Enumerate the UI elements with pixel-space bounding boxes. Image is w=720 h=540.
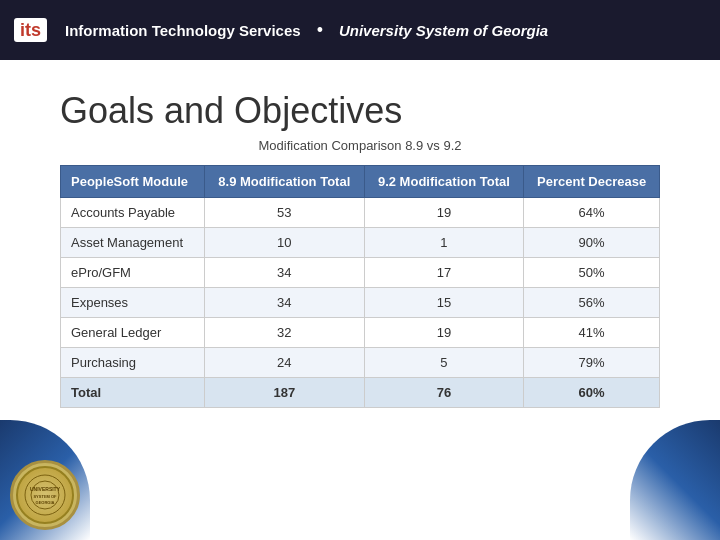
page-subtitle: Modification Comparison 8.9 vs 9.2 — [60, 138, 660, 153]
table-row: Expenses341556% — [61, 288, 660, 318]
table-row: General Ledger321941% — [61, 318, 660, 348]
seal-circle: UNIVERSITY SYSTEM OF GEORGIA — [10, 460, 80, 530]
logo-area: its Information Technology Services • Un… — [14, 18, 548, 42]
cell-mod89: 10 — [205, 228, 365, 258]
top-banner: its Information Technology Services • Un… — [0, 0, 720, 60]
cell-mod92: 15 — [364, 288, 524, 318]
table-row: ePro/GFM341750% — [61, 258, 660, 288]
logo-box: its — [14, 18, 47, 42]
cell-module: Purchasing — [61, 348, 205, 378]
cell-module: ePro/GFM — [61, 258, 205, 288]
cell-mod89: 187 — [205, 378, 365, 408]
banner-dot: • — [317, 20, 323, 41]
cell-module: Total — [61, 378, 205, 408]
svg-text:SYSTEM OF: SYSTEM OF — [33, 494, 57, 499]
cell-mod92: 76 — [364, 378, 524, 408]
banner-subtitle: University System of Georgia — [339, 22, 548, 39]
cell-mod92: 1 — [364, 228, 524, 258]
cell-mod92: 19 — [364, 198, 524, 228]
banner-title: Information Technology Services — [65, 22, 301, 39]
cell-mod89: 34 — [205, 288, 365, 318]
col-header-pct: Percent Decrease — [524, 166, 660, 198]
seal-inner: UNIVERSITY SYSTEM OF GEORGIA — [16, 466, 74, 524]
wave-right-decoration — [630, 420, 720, 540]
cell-pct: 50% — [524, 258, 660, 288]
cell-mod89: 24 — [205, 348, 365, 378]
cell-mod92: 5 — [364, 348, 524, 378]
table-row: Asset Management10190% — [61, 228, 660, 258]
cell-mod89: 32 — [205, 318, 365, 348]
svg-text:UNIVERSITY: UNIVERSITY — [30, 486, 61, 492]
table-row: Total1877660% — [61, 378, 660, 408]
page-title: Goals and Objectives — [60, 90, 660, 132]
main-content: Goals and Objectives Modification Compar… — [0, 60, 720, 428]
table-row: Purchasing24579% — [61, 348, 660, 378]
comparison-table: PeopleSoft Module 8.9 Modification Total… — [60, 165, 660, 408]
table-header-row: PeopleSoft Module 8.9 Modification Total… — [61, 166, 660, 198]
cell-pct: 64% — [524, 198, 660, 228]
cell-module: Expenses — [61, 288, 205, 318]
col-header-mod92: 9.2 Modification Total — [364, 166, 524, 198]
svg-text:GEORGIA: GEORGIA — [36, 500, 55, 505]
table-row: Accounts Payable531964% — [61, 198, 660, 228]
cell-mod92: 19 — [364, 318, 524, 348]
cell-module: Accounts Payable — [61, 198, 205, 228]
cell-pct: 90% — [524, 228, 660, 258]
cell-mod89: 34 — [205, 258, 365, 288]
cell-mod92: 17 — [364, 258, 524, 288]
cell-pct: 56% — [524, 288, 660, 318]
cell-module: General Ledger — [61, 318, 205, 348]
cell-pct: 60% — [524, 378, 660, 408]
col-header-module: PeopleSoft Module — [61, 166, 205, 198]
col-header-mod89: 8.9 Modification Total — [205, 166, 365, 198]
cell-module: Asset Management — [61, 228, 205, 258]
cell-pct: 41% — [524, 318, 660, 348]
cell-mod89: 53 — [205, 198, 365, 228]
cell-pct: 79% — [524, 348, 660, 378]
